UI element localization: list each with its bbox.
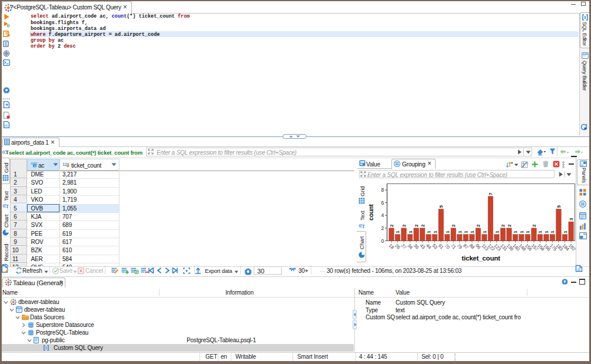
svg-text:1: 1 — [445, 231, 450, 233]
svg-text:1: 1 — [463, 231, 469, 233]
svg-text:2: 2 — [420, 224, 426, 227]
svg-text:1: 1 — [544, 231, 549, 233]
svg-text:2: 2 — [381, 225, 384, 231]
svg-text:1: 1 — [408, 231, 413, 233]
svg-text:2: 2 — [507, 224, 512, 227]
svg-text:2: 2 — [476, 224, 481, 227]
svg-text:(x): (x) — [4, 123, 8, 127]
svg-text:8: 8 — [381, 187, 384, 193]
svg-text:1: 1 — [525, 231, 530, 233]
svg-text:T: T — [362, 223, 366, 229]
svg-text:1: 1 — [494, 231, 500, 233]
svg-text:1: 1 — [457, 231, 463, 233]
svg-text:1: 1 — [433, 231, 438, 233]
svg-text:0: 0 — [381, 238, 384, 244]
svg-text:1: 1 — [538, 231, 543, 233]
svg-text:5: 5 — [556, 205, 562, 208]
svg-text:4: 4 — [381, 212, 384, 218]
svg-text:7: 7 — [488, 192, 493, 195]
svg-text:2: 2 — [389, 224, 394, 227]
svg-text:1: 1 — [426, 231, 431, 233]
svg-text:1: 1 — [470, 231, 475, 233]
svg-text:2: 2 — [451, 224, 456, 227]
svg-text:1: 1 — [513, 231, 518, 233]
svg-text:1: 1 — [396, 231, 401, 233]
svg-text:5: 5 — [439, 205, 444, 208]
svg-text:2: 2 — [532, 224, 537, 227]
svg-text:1: 1 — [563, 231, 568, 233]
svg-text:1: 1 — [519, 231, 524, 233]
svg-text:6: 6 — [381, 200, 384, 206]
svg-text:1: 1 — [34, 164, 35, 168]
svg-text:3: 3 — [569, 218, 574, 221]
svg-text:2: 2 — [401, 224, 407, 227]
svg-text:1: 1 — [482, 231, 487, 233]
svg-text:1: 1 — [550, 231, 556, 233]
svg-text:2: 2 — [500, 224, 506, 227]
svg-text:2: 2 — [414, 224, 419, 227]
